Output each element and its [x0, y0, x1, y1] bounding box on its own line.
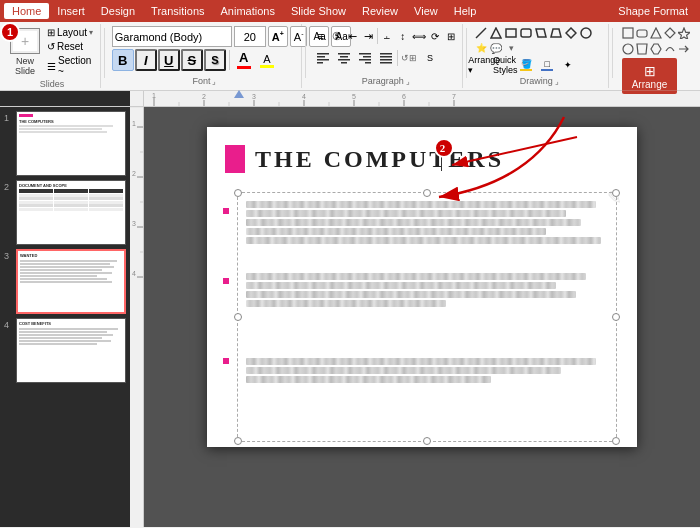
blur-line-1 [246, 201, 596, 208]
shape-more[interactable]: ▾ [504, 41, 518, 55]
arrange-label: Arrange [632, 79, 668, 90]
align-right-button[interactable] [355, 48, 375, 68]
slide-thumb-1[interactable]: THE COMPUTERS [16, 111, 126, 176]
columns-button[interactable]: ⫠ [379, 26, 394, 46]
shape-grid-3[interactable] [650, 26, 663, 40]
thumb3-title: WANTED [20, 253, 122, 258]
shape-grid-5[interactable] [677, 26, 690, 40]
shape-outline-button[interactable]: □ [537, 55, 557, 75]
section-button[interactable]: ☰ Section ~ [44, 54, 96, 78]
shape-grid-10[interactable] [677, 42, 690, 56]
convert-smartart-button[interactable]: ↺⊞ [399, 48, 419, 68]
handle-bl[interactable] [234, 437, 242, 445]
shadow-button[interactable]: S [204, 49, 226, 71]
drawing-expand-icon[interactable]: ⌟ [555, 77, 559, 86]
handle-tr[interactable] [612, 189, 620, 197]
slide-canvas[interactable]: THE COMPUTERS 2 ✎ [207, 127, 637, 447]
arrange-button[interactable]: Arrange ▾ [474, 55, 494, 75]
line-spacing-button[interactable]: ↕ [395, 26, 410, 46]
svg-rect-7 [341, 62, 347, 64]
font-color-button[interactable]: A [233, 49, 255, 71]
align-center-button[interactable] [334, 48, 354, 68]
decrease-indent-button[interactable]: ⇤ [345, 26, 360, 46]
align-left-button[interactable] [313, 48, 333, 68]
shape-grid-4[interactable] [663, 26, 676, 40]
slide-thumb-2[interactable]: DOCUMENT AND SCOPE [16, 180, 126, 245]
italic-button[interactable]: I [135, 49, 157, 71]
shape-grid-2[interactable] [636, 26, 649, 40]
slide-thumb-3[interactable]: WANTED [16, 249, 126, 314]
slide-1-container: 1 THE COMPUTERS [4, 111, 126, 176]
shape-items-grid: ⊞ Arrange [622, 26, 690, 94]
ruler-svg: 1 2 3 4 5 6 7 [144, 90, 700, 106]
numbering-button[interactable]: ⑤ [329, 26, 344, 46]
shape-grid-8[interactable] [650, 42, 663, 56]
thumb2-table [19, 189, 123, 211]
pink-accent-rect [225, 145, 245, 173]
handle-ml[interactable] [234, 313, 242, 321]
thumb3-line1 [20, 260, 117, 262]
handle-bc[interactable] [423, 437, 431, 445]
bold-button[interactable]: B [112, 49, 134, 71]
shape-circle[interactable] [579, 26, 593, 40]
thumb4-lines [19, 328, 123, 345]
slide-title-row: THE COMPUTERS 2 [207, 127, 637, 181]
shape-rounded-rect[interactable] [519, 26, 533, 40]
direction-button[interactable]: ⟺ [411, 26, 426, 46]
shape-grid-7[interactable] [636, 42, 649, 56]
increase-indent-button[interactable]: ⇥ [361, 26, 376, 46]
shape-rect[interactable] [504, 26, 518, 40]
menu-shapeformat[interactable]: Shape Format [610, 3, 696, 19]
justify-button[interactable] [376, 48, 396, 68]
menu-transitions[interactable]: Transitions [143, 3, 212, 19]
shape-effects-button[interactable]: ✦ [558, 55, 578, 75]
underline-button[interactable]: U [158, 49, 180, 71]
shape-line[interactable] [474, 26, 488, 40]
svg-rect-24 [623, 28, 633, 38]
handle-br[interactable] [612, 437, 620, 445]
shape-callout[interactable]: 💬 [489, 41, 503, 55]
blur-line-2 [246, 210, 566, 217]
slide-thumb-4[interactable]: COST BENEFITS [16, 318, 126, 383]
menu-help[interactable]: Help [446, 3, 485, 19]
highlight-color-button[interactable]: A [256, 49, 278, 71]
shape-star[interactable]: ⭐ [474, 41, 488, 55]
strikethrough-button[interactable]: S [181, 49, 203, 71]
handle-mr[interactable] [612, 313, 620, 321]
paragraph-group-label: Paragraph ⌟ [313, 75, 459, 86]
menu-design[interactable]: Design [93, 3, 143, 19]
shape-trapezoid[interactable] [549, 26, 563, 40]
big-arrange-button[interactable]: ⊞ Arrange [622, 58, 677, 94]
text-dir-button[interactable]: ⟳ [427, 26, 442, 46]
handle-tl[interactable] [234, 189, 242, 197]
menu-review[interactable]: Review [354, 3, 406, 19]
reset-button[interactable]: ↺ Reset [44, 40, 96, 53]
menu-insert[interactable]: Insert [49, 3, 93, 19]
shape-parallelogram[interactable] [534, 26, 548, 40]
bullets-button[interactable]: ≡ [313, 26, 328, 46]
smartart-button[interactable]: ⊞ [443, 26, 458, 46]
increase-font-button[interactable]: A+ [268, 26, 288, 47]
shape-grid-6[interactable] [622, 42, 635, 56]
shape-fill-button[interactable]: 🪣 [516, 55, 536, 75]
shape-grid-1[interactable] [622, 26, 635, 40]
font-name-input[interactable] [112, 26, 232, 47]
menu-animations[interactable]: Animations [213, 3, 283, 19]
menu-slideshow[interactable]: Slide Show [283, 3, 354, 19]
text-shadow-btn[interactable]: S [420, 48, 440, 68]
shape-diamond[interactable] [564, 26, 578, 40]
handle-tc[interactable] [423, 189, 431, 197]
divider-4 [612, 28, 613, 78]
menu-view[interactable]: View [406, 3, 446, 19]
shape-arrow[interactable] [489, 26, 503, 40]
shape-grid-9[interactable] [663, 42, 676, 56]
font-size-input[interactable] [234, 26, 266, 47]
new-slide-button[interactable]: + New Slide 1 [8, 26, 42, 78]
quick-styles-button[interactable]: QuickStyles [495, 55, 515, 75]
font-expand-icon[interactable]: ⌟ [212, 77, 216, 86]
menu-home[interactable]: Home [4, 3, 49, 19]
thumb4-line2 [19, 331, 107, 333]
text-box-selected[interactable] [237, 192, 617, 442]
layout-button[interactable]: ⊞ Layout ▾ [44, 26, 96, 39]
paragraph-expand-icon[interactable]: ⌟ [406, 77, 410, 86]
